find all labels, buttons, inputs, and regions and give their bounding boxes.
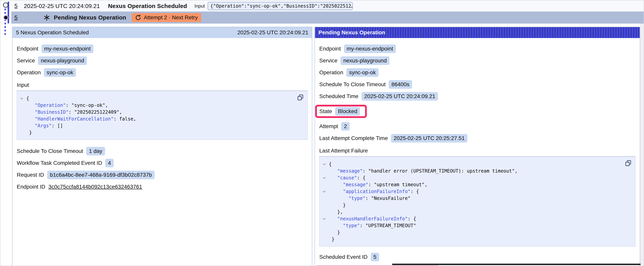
right-panel-title: Pending Nexus Operation [318,30,385,36]
timeline-dashed-line [4,9,6,36]
json-collapse-chevron-icon[interactable] [322,202,329,209]
pending-title: Pending Nexus Operation [54,14,126,21]
json-code-line: "nexusHandlerFailureInfo": { [322,215,631,222]
timeline-open-circle-icon[interactable] [2,2,9,8]
json-collapse-chevron-icon[interactable] [19,95,26,102]
field-endpoint: Endpoint my-nexus-endpoint [17,45,308,53]
event-row-nexus-operation-scheduled[interactable]: 5 2025-02-25 UTC 20:24:09.21 Nexus Opera… [11,1,644,12]
last-attempt-failure-label: Last Attempt Failure [319,148,636,154]
field-label: Scheduled Event ID [319,254,368,260]
field-label: Service [319,58,338,64]
json-code-line: "HandlerWaitForCancellation": false, [19,116,304,122]
pending-asterisk-icon [43,14,50,21]
field-value-pill: my-nexus-endpoint [344,45,396,53]
json-collapse-chevron-icon[interactable] [322,222,329,229]
retry-badge-label: Attempt 2 · Next Retry [144,15,198,21]
json-collapse-chevron-icon[interactable] [322,161,329,168]
left-panel-header[interactable]: 5 Nexus Operation Scheduled 2025-02-25 U… [12,27,312,38]
field-value-pill: b1c6a4bc-8ee7-468a-9169-df3b02c8737b [47,171,154,179]
field-label: Service [17,58,35,64]
endpoint-id-link[interactable]: 3c0c75ccfa8144b092c13ce632463761 [48,184,142,190]
field-value-pill: 2 [341,122,350,131]
timeline-current-dot-icon[interactable] [3,15,9,21]
pending-id-link[interactable]: 5 [14,15,18,21]
event-id-link[interactable]: 5 [14,3,18,9]
field-label: Endpoint ID [17,184,45,190]
json-collapse-chevron-icon[interactable] [322,229,329,236]
right-panel-header: Pending Nexus Operation [315,27,640,38]
field-state-highlighted: State Blocked [315,105,367,118]
json-code-line: { [19,95,304,102]
json-collapse-chevron-icon[interactable] [19,116,26,122]
temporal-event-history-screen: 5 2025-02-25 UTC 20:24:09.21 Nexus Opera… [0,0,644,266]
field-value-pill: 4 [105,159,114,167]
field-service: Service nexus-playground [319,56,636,65]
json-code-line: "message": "upstream timeout", [322,181,631,188]
field-value-pill: 5 [371,253,379,261]
json-code-line: } [322,202,631,209]
event-input-preview-pill[interactable]: {"Operation":"sync-op-ok","BusinessID":"… [208,2,353,10]
field-value-pill: nexus-playground [38,56,87,65]
field-scheduled-time: Scheduled Time 2025-02-25 UTC 20:24:09.2… [319,92,636,101]
field-label: Workflow Task Completed Event ID [17,160,102,166]
json-collapse-chevron-icon[interactable] [322,195,329,202]
failure-json-lines: { "message": "handler error (UPSTREAM_TI… [322,161,631,243]
json-code-line: "cause": { [322,174,631,181]
json-collapse-chevron-icon[interactable] [322,188,329,195]
copy-icon[interactable] [625,160,632,167]
json-collapse-chevron-icon[interactable] [322,174,329,181]
field-label: Operation [17,69,41,76]
json-code-line: } [19,129,304,136]
field-endpoint-id: Endpoint ID 3c0c75ccfa8144b092c13ce63246… [17,182,308,191]
field-operation: Operation sync-op-ok [319,68,636,77]
json-collapse-chevron-icon[interactable] [322,168,329,174]
field-value-pill: 1 day [86,147,105,155]
field-workflow-task-completed-event-id: Workflow Task Completed Event ID 4 [17,159,308,167]
json-collapse-chevron-icon[interactable] [322,215,329,222]
field-label: Endpoint [17,46,38,52]
json-collapse-chevron-icon[interactable] [19,109,26,116]
event-timestamp: 2025-02-25 UTC 20:24:09.21 [24,3,100,9]
copy-icon[interactable] [297,94,304,101]
field-value-pill: sync-op-ok [346,68,378,77]
json-code-line: "Args": [] [19,122,304,129]
field-label: State [319,108,332,114]
field-value-pill: nexus-playground [340,56,390,65]
field-label: Attempt [319,123,338,129]
field-label: Last Attempt Complete Time [319,135,388,141]
event-row-pending-nexus-operation[interactable]: 5 Pending Nexus Operation Attempt 2 · Ne… [11,12,644,24]
json-collapse-chevron-icon[interactable] [322,236,329,243]
json-code-line: { [322,161,631,168]
input-section-label: Input [17,82,308,88]
json-collapse-chevron-icon[interactable] [19,102,26,109]
field-attempt: Attempt 2 [319,122,636,131]
json-collapse-chevron-icon[interactable] [19,129,26,136]
failure-json-block: { "message": "handler error (UPSTREAM_TI… [319,156,636,246]
field-operation: Operation sync-op-ok [17,68,308,77]
bottom-divider-line [392,264,640,265]
field-schedule-to-close-timeout: Schedule To Close Timeout 86400s [319,80,636,89]
json-collapse-chevron-icon[interactable] [322,181,329,188]
event-input-label: Input [194,3,205,9]
panel-nexus-operation-scheduled: 5 Nexus Operation Scheduled 2025-02-25 U… [12,27,312,266]
vertical-scrollbar[interactable] [640,24,644,265]
left-panel-timestamp: 2025-02-25 UTC 20:24:09.21 [238,30,308,36]
state-value-pill: Blocked [335,107,360,116]
field-value-pill: 2025-02-25 UTC 20:25:27.51 [391,134,468,143]
timeline-gutter [0,1,11,41]
retry-icon [135,15,141,21]
field-endpoint: Endpoint my-nexus-endpoint [319,45,636,53]
json-code-line: "BusinessID": "20250225122409", [19,109,304,116]
field-label: Scheduled Time [319,93,358,99]
field-scheduled-event-id: Scheduled Event ID 5 [319,253,636,261]
field-label: Schedule To Close Timeout [319,81,386,88]
json-collapse-chevron-icon[interactable] [19,122,26,129]
json-code-line: } [322,229,631,236]
input-json-block: { "Operation": "sync-op-ok", "BusinessID… [17,91,308,140]
field-label: Operation [319,69,343,76]
input-json-lines: { "Operation": "sync-op-ok", "BusinessID… [19,95,304,136]
event-title: Nexus Operation Scheduled [108,3,187,9]
field-value-pill: 86400s [389,80,412,89]
field-label: Request ID [17,172,44,178]
json-collapse-chevron-icon[interactable] [322,209,329,215]
